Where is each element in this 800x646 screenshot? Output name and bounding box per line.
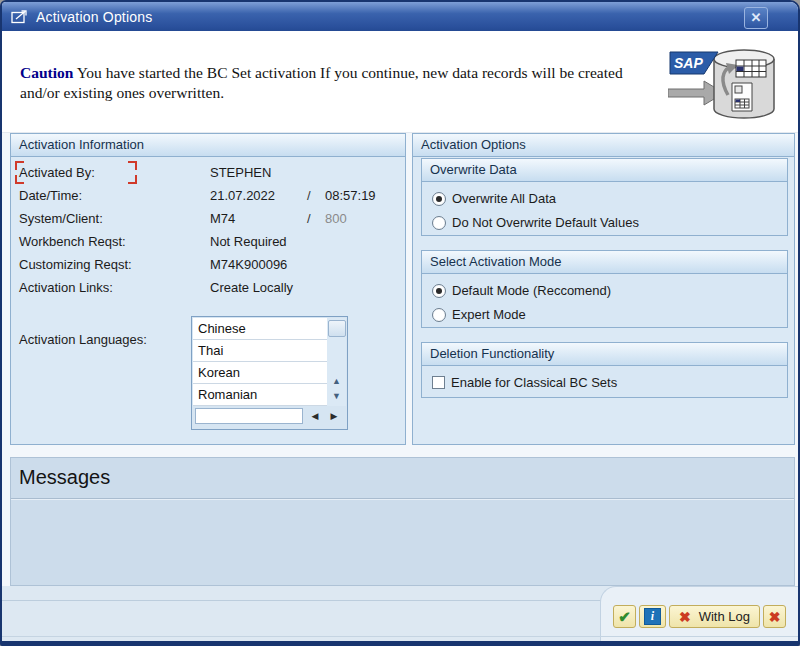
footer-buttons: ✔ i ✖ With Log ✖ bbox=[613, 605, 786, 628]
radio-do-not-overwrite-defaults[interactable]: Do Not Overwrite Default Values bbox=[422, 215, 787, 230]
green-check-icon: ✔ bbox=[618, 609, 631, 624]
scroll-right-icon[interactable]: ▶ bbox=[326, 408, 342, 425]
radio-unselected-icon[interactable] bbox=[432, 308, 446, 322]
info-button[interactable]: i bbox=[639, 605, 666, 628]
deletion-functionality-group: Deletion Functionality Enable for Classi… bbox=[421, 342, 788, 398]
scrollbar-thumb[interactable] bbox=[328, 320, 346, 337]
field-value: M74 bbox=[210, 211, 307, 226]
activation-information-header: Activation Information bbox=[11, 134, 405, 157]
confirm-button[interactable]: ✔ bbox=[613, 605, 636, 628]
language-list: Chinese Thai Korean Romanian bbox=[193, 318, 327, 406]
caution-band: Caution You have started the BC Set acti… bbox=[2, 31, 798, 133]
field-value: M74K900096 bbox=[210, 257, 307, 272]
info-row-date-time: Date/Time: 21.07.2022 / 08:57:19 bbox=[11, 184, 405, 207]
field-value2: 08:57:19 bbox=[325, 188, 376, 203]
info-row-activation-links: Activation Links: Create Locally bbox=[11, 276, 405, 299]
activation-options-header: Activation Options bbox=[413, 134, 794, 157]
radio-label: Do Not Overwrite Default Values bbox=[452, 215, 639, 230]
messages-section: Messages bbox=[10, 457, 795, 586]
field-value: Create Locally bbox=[210, 280, 307, 295]
info-icon: i bbox=[644, 608, 661, 625]
radio-overwrite-all-data[interactable]: Overwrite All Data bbox=[422, 191, 787, 206]
red-x-icon: ✖ bbox=[679, 610, 691, 624]
overwrite-data-header: Overwrite Data bbox=[422, 159, 787, 182]
footer-bottom-line bbox=[2, 636, 798, 637]
radio-selected-icon[interactable] bbox=[432, 284, 446, 298]
with-log-label: With Log bbox=[699, 609, 750, 624]
vertical-scrollbar[interactable]: ▲ ▼ bbox=[327, 318, 346, 406]
field-separator: / bbox=[307, 188, 325, 203]
info-row-customizing-reqst: Customizing Reqst: M74K900096 bbox=[11, 253, 405, 276]
activation-languages-label: Activation Languages: bbox=[19, 332, 147, 347]
scroll-down-icon[interactable]: ▼ bbox=[329, 390, 344, 403]
activation-mode-header: Select Activation Mode bbox=[422, 251, 787, 274]
radio-unselected-icon[interactable] bbox=[432, 216, 446, 230]
info-row-system-client: System/Client: M74 / 800 bbox=[11, 207, 405, 230]
activation-options-dialog: Activation Options ✕ Caution You have st… bbox=[0, 0, 800, 646]
checkbox-enable-classical-bc-sets[interactable]: Enable for Classical BC Sets bbox=[422, 375, 787, 390]
checkbox-unchecked-icon[interactable] bbox=[432, 376, 445, 389]
info-row-activated-by: Activated By: STEPHEN bbox=[11, 161, 405, 184]
field-label: Activation Links: bbox=[11, 280, 210, 295]
list-item[interactable]: Chinese bbox=[193, 318, 327, 340]
radio-default-mode[interactable]: Default Mode (Reccomend) bbox=[422, 283, 787, 298]
language-filter-input[interactable] bbox=[195, 408, 303, 424]
field-value: 21.07.2022 bbox=[210, 188, 307, 203]
info-row-workbench-reqst: Workbench Reqst: Not Required bbox=[11, 230, 405, 253]
activation-options-panel: Activation Options Overwrite Data Overwr… bbox=[412, 133, 795, 445]
cancel-button[interactable]: ✖ bbox=[763, 605, 786, 628]
dialog-window-icon bbox=[11, 9, 29, 24]
caution-label: Caution bbox=[20, 64, 73, 81]
field-label: System/Client: bbox=[11, 211, 210, 226]
activation-mode-group: Select Activation Mode Default Mode (Rec… bbox=[421, 250, 788, 328]
radio-label: Overwrite All Data bbox=[452, 191, 556, 206]
svg-text:SAP: SAP bbox=[674, 55, 703, 71]
radio-label: Expert Mode bbox=[452, 307, 526, 322]
title-bar: Activation Options ✕ bbox=[2, 2, 798, 31]
messages-divider bbox=[11, 498, 794, 500]
messages-title: Messages bbox=[11, 458, 794, 489]
checkbox-label: Enable for Classical BC Sets bbox=[451, 375, 617, 390]
field-value: Not Required bbox=[210, 234, 307, 249]
list-item[interactable]: Thai bbox=[193, 340, 327, 362]
field-value: STEPHEN bbox=[210, 165, 307, 180]
field-separator: / bbox=[307, 211, 325, 226]
caution-body: You have started the BC Set activation I… bbox=[20, 64, 623, 101]
field-label: Workbench Reqst: bbox=[11, 234, 210, 249]
list-item[interactable]: Korean bbox=[193, 362, 327, 384]
activation-information-panel: Activation Information Activated By: STE… bbox=[10, 133, 406, 445]
radio-selected-icon[interactable] bbox=[432, 192, 446, 206]
with-log-button[interactable]: ✖ With Log bbox=[669, 605, 760, 628]
caution-message: Caution You have started the BC Set acti… bbox=[20, 63, 660, 103]
field-label: Activated By: bbox=[11, 165, 210, 180]
field-value2: 800 bbox=[325, 211, 347, 226]
sap-database-illustration: SAP bbox=[668, 47, 790, 127]
overwrite-data-group: Overwrite Data Overwrite All Data Do Not… bbox=[421, 158, 788, 236]
field-label: Customizing Reqst: bbox=[11, 257, 210, 272]
radio-label: Default Mode (Reccomend) bbox=[452, 283, 611, 298]
listbox-bottom-bar: ◀ ▶ bbox=[192, 405, 347, 429]
activation-languages-listbox: Chinese Thai Korean Romanian ▲ ▼ ◀ ▶ bbox=[191, 316, 348, 430]
deletion-functionality-header: Deletion Functionality bbox=[422, 343, 787, 366]
close-icon[interactable]: ✕ bbox=[744, 7, 768, 29]
radio-expert-mode[interactable]: Expert Mode bbox=[422, 307, 787, 322]
list-item[interactable]: Romanian bbox=[193, 384, 327, 406]
scroll-left-icon[interactable]: ◀ bbox=[307, 408, 323, 425]
info-rows: Activated By: STEPHEN Date/Time: 21.07.2… bbox=[11, 157, 405, 299]
field-label: Date/Time: bbox=[11, 188, 210, 203]
dialog-title: Activation Options bbox=[36, 9, 152, 25]
footer-bar: ✔ i ✖ With Log ✖ bbox=[2, 586, 798, 641]
red-x-icon: ✖ bbox=[769, 610, 781, 624]
scroll-up-icon[interactable]: ▲ bbox=[329, 375, 344, 388]
